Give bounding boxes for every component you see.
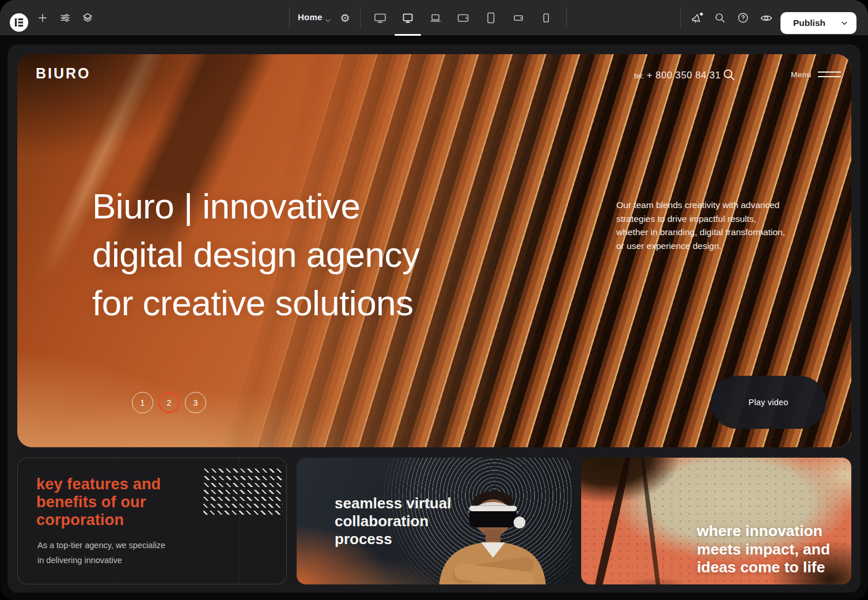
toolbar-divider [360,7,361,28]
structure-layers-button[interactable] [80,10,95,25]
device-mobile-portrait-button[interactable] [532,0,560,36]
card-body-line: As a top-tier agency, we specialize [37,538,165,553]
laptop-icon [429,11,442,25]
hero-description-line: whether in branding, digital transformat… [616,225,785,239]
card-heading: key features and benefits of our corpora… [36,476,161,529]
site-logo[interactable]: BIURO [36,65,91,82]
card-heading-line: collaboration [335,512,451,530]
toolbar-divider [566,7,567,28]
site-search-button[interactable] [721,67,736,82]
hero-description-line: Our team blends creativity with advanced [616,198,785,212]
device-tablet-portrait-button[interactable] [477,0,505,36]
editor-toolbar: Home ⚙ [0,0,868,36]
mobile-portrait-icon [539,11,553,25]
question-circle-icon [737,12,749,24]
hamburger-menu-button[interactable] [818,71,841,81]
chevron-down-icon [840,18,849,28]
widescreen-icon [373,11,387,25]
active-device-underline [395,34,421,36]
slide-3-button[interactable]: 3 [185,392,206,413]
hero-description: Our team blends creativity with advanced… [616,198,785,252]
feature-cards-row: key features and benefits of our corpora… [17,458,851,584]
hero-heading-line: for creative solutions [92,279,420,327]
settings-sliders-button[interactable] [58,10,73,25]
desktop-icon [401,11,415,25]
editor-workspace: BIURO tel:+ 800 350 84 31 Menu Biuro | i… [0,36,868,600]
preview-button[interactable] [759,10,774,25]
menu-label[interactable]: Menu [791,70,812,79]
page-selector[interactable]: Home [298,12,322,22]
hamburger-line [818,71,841,73]
notification-dot [700,12,703,15]
slide-1-button[interactable]: 1 [132,392,153,413]
slide-number: 2 [167,398,172,407]
elementor-editor-window: Home ⚙ [0,0,868,600]
mobile-landscape-icon [511,11,525,25]
page-canvas: BIURO tel:+ 800 350 84 31 Menu Biuro | i… [7,44,861,593]
card-heading-line: process [335,530,451,548]
device-desktop-button[interactable] [394,0,422,36]
tablet-landscape-icon [456,11,470,25]
chevron-down-icon [324,16,332,25]
device-tablet-landscape-button[interactable] [449,0,477,36]
toolbar-divider [289,7,290,28]
hero-section: BIURO tel:+ 800 350 84 31 Menu Biuro | i… [17,54,851,447]
device-widescreen-button[interactable] [366,0,394,36]
page-settings-button[interactable]: ⚙ [338,10,352,25]
gear-icon: ⚙ [340,13,350,24]
device-mobile-landscape-button[interactable] [505,0,532,36]
play-video-button[interactable]: Play video [711,376,826,429]
sliders-icon [59,12,71,24]
card-heading: where innovation meets impact, and ideas… [697,522,830,577]
help-button[interactable] [736,10,751,25]
card-body-line: in delivering innovative [37,553,165,568]
megaphone-icon [691,12,704,25]
card-heading-line: where innovation [697,522,830,541]
phone-prefix: tel: [634,72,644,80]
slide-number: 1 [141,398,145,407]
page-selector-chevron[interactable] [320,13,335,28]
search-icon [714,12,726,24]
elementor-logo-icon [14,18,24,27]
innovation-card[interactable]: where innovation meets impact, and ideas… [581,458,851,584]
device-laptop-button[interactable] [422,0,449,36]
hero-heading-line: digital design agency [92,231,420,279]
hero-heading: Biuro | innovative digital design agency… [92,182,420,327]
card-heading-line: benefits of our [36,493,161,511]
key-features-card[interactable]: key features and benefits of our corpora… [17,458,287,584]
dash-pattern-decoration [203,466,283,515]
paint-vein-decoration [584,458,635,584]
plus-icon [37,12,48,24]
toolbar-utility-group [689,10,774,25]
eye-icon [760,12,773,25]
card-heading-line: seamless virtual [335,495,451,512]
slide-2-button[interactable]: 2 [158,392,180,413]
paint-vein-decoration [639,458,666,584]
slide-number: 3 [194,398,198,407]
hamburger-line [818,76,841,77]
card-heading-line: corporation [36,511,161,529]
hero-description-line: strategies to drive impactful results, [616,212,785,226]
add-element-button[interactable] [35,10,50,25]
layers-icon [82,12,93,24]
toolbar-divider [680,7,681,28]
tablet-portrait-icon [484,11,498,25]
publish-label: Publish [793,18,825,28]
slide-pagination: 1 2 3 [132,392,206,413]
hero-heading-line: Biuro | innovative [92,182,420,231]
publish-button[interactable]: Publish [780,12,856,34]
elementor-logo-button[interactable] [10,13,28,32]
responsive-device-switcher [366,0,560,36]
whats-new-button[interactable] [689,10,704,25]
card-heading-line: key features and [36,476,161,493]
card-body-text: As a top-tier agency, we specialize in d… [37,538,165,568]
hero-description-line: or user experience design. [616,239,785,253]
phone-link[interactable]: tel:+ 800 350 84 31 [634,70,721,81]
card-heading: seamless virtual collaboration process [335,495,451,548]
phone-number: + 800 350 84 31 [647,70,721,80]
card-heading-line: ideas come to life [697,559,830,577]
finder-search-button[interactable] [712,10,727,25]
card-heading-line: meets impact, and [697,541,830,559]
virtual-collaboration-card[interactable]: seamless virtual collaboration process [297,458,571,584]
search-icon [722,67,736,82]
